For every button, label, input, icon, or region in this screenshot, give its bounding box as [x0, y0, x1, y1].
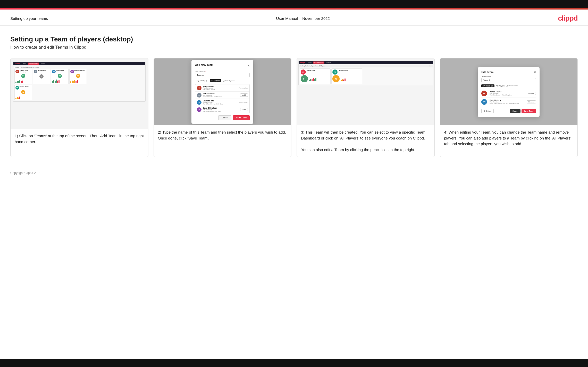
modal-player-item-4: DB Dave Billingham 1-5 HandicapThe Gog M… — [195, 106, 249, 113]
cards-row: clippd Home My Performance Teams Trackin… — [10, 58, 578, 157]
card-1-description: 1) Click on 'Teams' at the top of the sc… — [15, 133, 144, 145]
modal-player-item-3: BM Blair McHarg Plus HandicapRoyal North… — [195, 99, 249, 106]
edit-team-name-input[interactable]: Team A — [481, 78, 536, 82]
card-1-text: 1) Click on 'Teams' at the top of the sc… — [11, 129, 148, 157]
header-section-label: Setting up your teams — [10, 16, 48, 21]
card-1: clippd Home My Performance Teams Trackin… — [10, 58, 148, 157]
edit-cancel-button[interactable]: Cancel — [510, 109, 520, 113]
edit-team-modal: Edit Team ✕ Team Name * Team A My Team (… — [478, 67, 540, 117]
add-player-btn-4[interactable]: Add — [240, 108, 248, 111]
remove-player-btn-2[interactable]: Remove — [527, 100, 536, 103]
edit-all-players-tab[interactable]: All Players — [496, 85, 505, 87]
player-added-label-1: Player Added — [239, 87, 248, 89]
card-4-text: 4) When editing your Team, you can chang… — [440, 125, 578, 157]
edit-my-team-tab[interactable]: My Team (2) — [481, 84, 494, 87]
add-player-btn-2[interactable]: Add — [240, 93, 248, 97]
modal-team-name-label: Team Name * — [195, 71, 250, 72]
edit-modal-title: Edit Team — [481, 71, 493, 74]
card-3-screenshot: clippd Home My Performance Teams ▾ Track… — [297, 58, 434, 125]
remove-player-btn-1[interactable]: Remove — [527, 92, 536, 95]
modal-footer: Cancel Save Team — [195, 115, 250, 120]
modal-tabs: My Team (2) All Players Filter by name — [195, 79, 250, 82]
clippd-logo: clippd — [558, 14, 578, 22]
modal-cancel-button[interactable]: Cancel — [218, 115, 231, 120]
card-2-screenshot: Add New Team ✕ Team Name * Team A My Tea… — [154, 58, 291, 125]
filter-checkbox[interactable]: Filter by name — [223, 80, 235, 82]
card-4-screenshot: Edit Team ✕ Team Name * Team A My Team (… — [440, 58, 578, 125]
modal-save-button[interactable]: Save Team — [233, 115, 250, 120]
card-1-screenshot: clippd Home My Performance Teams Trackin… — [11, 58, 148, 129]
add-team-modal: Add New Team ✕ Team Name * Team A My Tea… — [191, 60, 253, 124]
my-team-tab[interactable]: My Team (2) — [195, 79, 208, 82]
card-2: Add New Team ✕ Team Name * Team A My Tea… — [154, 58, 292, 157]
page-title: Setting up a Team of players (desktop) — [10, 35, 578, 43]
modal-player-item-2: AC Adrian Coliba 1-5 HandicapCentral Lon… — [195, 92, 249, 99]
all-players-tab[interactable]: All Players — [210, 79, 221, 82]
edit-player-item-2: BM Blair McHarg Plus HandicapRoyal North… — [481, 98, 536, 106]
modal-player-item-1: AP Adrian Player Plus HandicapThe Shire … — [195, 84, 249, 92]
page-subtitle: How to create and edit Teams in Clippd — [10, 45, 578, 50]
card-2-text: 2) Type the name of this Team and then s… — [154, 125, 291, 157]
page-content: Setting up a Team of players (desktop) H… — [0, 26, 588, 157]
edit-delete-button[interactable]: 🗑 Delete — [481, 109, 494, 113]
page-footer: Copyright Clippd 2021 — [0, 165, 588, 181]
player-added-label-3: Player Added — [239, 102, 248, 103]
edit-modal-close-icon[interactable]: ✕ — [534, 71, 536, 74]
edit-player-item-1: AP Adrian Player Plus HandicapThe Shire … — [481, 89, 536, 98]
card-3-text: 3) This Team will then be created. You c… — [297, 125, 434, 157]
mini-nav-1: clippd Home My Performance Teams — [13, 62, 145, 65]
header: Setting up your teams User Manual – Nove… — [0, 10, 588, 26]
trash-icon: 🗑 — [484, 110, 485, 112]
edit-filter-checkbox[interactable]: Filter by name — [506, 85, 518, 86]
edit-save-button[interactable]: Save Team — [522, 109, 536, 113]
top-bar — [0, 0, 588, 8]
edit-team-name-label: Team Name * — [481, 76, 536, 77]
modal-title: Add New Team — [195, 64, 213, 66]
edit-modal-footer: 🗑 Delete Cancel Save Team — [481, 109, 536, 113]
card-3: clippd Home My Performance Teams ▾ Track… — [297, 58, 435, 157]
card-4-description: 4) When editing your Team, you can chang… — [444, 129, 574, 147]
edit-modal-tabs: My Team (2) All Players Filter by name — [481, 84, 536, 87]
header-document-title: User Manual – November 2022 — [276, 16, 330, 21]
edit-player-list: AP Adrian Player Plus HandicapThe Shire … — [481, 89, 536, 106]
card-3-description: 3) This Team will then be created. You c… — [301, 129, 430, 153]
footer-copyright: Copyright Clippd 2021 — [10, 171, 41, 175]
modal-player-list: AP Adrian Player Plus HandicapThe Shire … — [195, 84, 250, 113]
card-4: Edit Team ✕ Team Name * Team A My Team (… — [440, 58, 578, 157]
modal-team-name-input[interactable]: Team A — [195, 73, 250, 77]
card-2-description: 2) Type the name of this Team and then s… — [158, 129, 287, 141]
bottom-bar — [0, 359, 588, 367]
modal-close-icon[interactable]: ✕ — [248, 64, 250, 67]
